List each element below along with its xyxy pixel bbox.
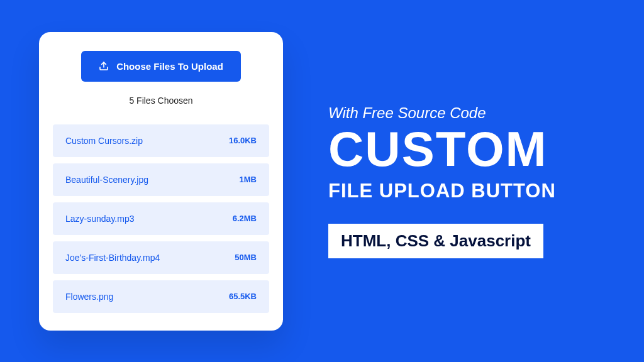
- title-block: With Free Source Code CUSTOM FILE UPLOAD…: [328, 104, 613, 258]
- file-size: 50MB: [235, 253, 257, 262]
- file-name: Lazy-sunday.mp3: [65, 214, 134, 224]
- subtitle-text: With Free Source Code: [328, 104, 613, 122]
- upload-card: Choose Files To Upload 5 Files Choosen C…: [39, 32, 283, 331]
- file-list: Custom Cursors.zip 16.0KB Beautiful-Scen…: [53, 124, 269, 313]
- file-name: Custom Cursors.zip: [65, 136, 143, 146]
- file-size: 1MB: [240, 175, 257, 184]
- file-size: 16.0KB: [229, 136, 257, 145]
- list-item: Lazy-sunday.mp3 6.2MB: [53, 202, 269, 235]
- file-name: Beautiful-Scenery.jpg: [65, 175, 148, 185]
- list-item: Beautiful-Scenery.jpg 1MB: [53, 163, 269, 196]
- choose-files-label: Choose Files To Upload: [116, 61, 223, 72]
- file-size: 65.5KB: [229, 292, 257, 301]
- file-size: 6.2MB: [233, 214, 257, 223]
- sub-title: FILE UPLOAD BUTTON: [328, 180, 613, 202]
- list-item: Custom Cursors.zip 16.0KB: [53, 124, 269, 157]
- upload-icon: [99, 61, 109, 71]
- choose-files-button[interactable]: Choose Files To Upload: [81, 51, 241, 82]
- files-count-text: 5 Files Choosen: [53, 96, 269, 106]
- tech-badge: HTML, CSS & Javascript: [328, 224, 543, 258]
- list-item: Flowers.png 65.5KB: [53, 280, 269, 313]
- main-title: CUSTOM: [328, 124, 613, 173]
- list-item: Joe's-First-Birthday.mp4 50MB: [53, 241, 269, 274]
- file-name: Joe's-First-Birthday.mp4: [65, 253, 160, 263]
- file-name: Flowers.png: [65, 292, 113, 302]
